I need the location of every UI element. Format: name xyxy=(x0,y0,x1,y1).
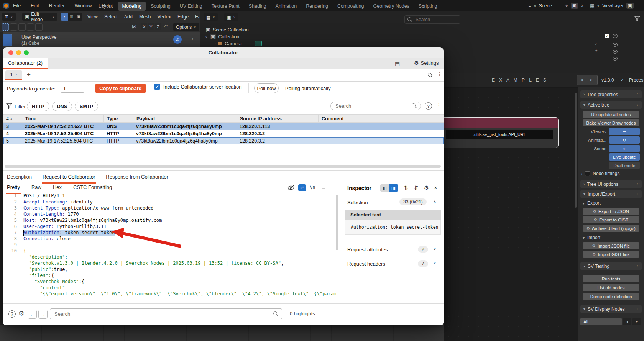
gear-icon[interactable]: ⚙ xyxy=(424,185,429,191)
format-tab[interactable]: Pretty xyxy=(6,182,21,194)
sidebar-button[interactable]: List old nodes xyxy=(583,284,639,291)
edge-mode-toggle[interactable]: ◫ xyxy=(68,13,75,21)
viewport-menu-item[interactable]: Vertex xyxy=(157,14,171,20)
column-header-payload[interactable]: Payload xyxy=(133,115,237,123)
eye-icon[interactable] xyxy=(613,34,618,38)
sverchok-icon-button[interactable]: ✳ xyxy=(577,75,587,85)
workspace-tab[interactable]: Layout xyxy=(94,2,117,11)
panel-import-export[interactable]: ▾Import/Export∷ xyxy=(580,190,642,198)
table-row[interactable]: 3 2025-Mar-19 17:52:24.627 UTC DNS v73kt… xyxy=(3,123,444,130)
show-newlines-toggle[interactable]: \n xyxy=(310,185,315,190)
editor-type-dropdown[interactable]: ⊞∨ xyxy=(2,13,16,21)
sidebar-button[interactable]: ⚙Export to GIST xyxy=(583,216,639,223)
poll-now-button[interactable]: Poll now xyxy=(254,83,279,93)
gizmo-z-axis[interactable]: Z xyxy=(173,35,182,44)
panel-collapse-arrow[interactable]: ‹ xyxy=(192,36,193,42)
sidebar-button[interactable]: ⚙Import JSON file xyxy=(583,242,639,249)
table-search[interactable] xyxy=(330,102,421,110)
viewport-menu-item[interactable]: Add xyxy=(124,14,133,20)
menu-item[interactable]: Window xyxy=(75,3,92,8)
panel-sv-display-nodes[interactable]: ▾SV Display Nodes∷ xyxy=(580,305,642,313)
close-icon[interactable]: × xyxy=(434,184,437,191)
scrollbar[interactable] xyxy=(575,93,577,208)
window-titlebar[interactable]: Collaborator xyxy=(3,47,444,59)
outliner-item-camera[interactable]: › Camera xyxy=(214,41,262,46)
gist-node-header[interactable] xyxy=(441,118,558,128)
menu-item[interactable]: File xyxy=(13,3,21,8)
sidebar-button[interactable]: Dump node definition xyxy=(583,293,639,300)
format-tab[interactable]: Hex xyxy=(52,182,62,194)
eye-icon[interactable] xyxy=(613,57,618,61)
chevron-down-icon[interactable]: ∨ xyxy=(433,261,436,266)
node-timings-row[interactable]: › Node timings xyxy=(581,171,619,176)
workspace-tab[interactable]: Shading xyxy=(245,2,271,11)
search-icon[interactable] xyxy=(428,73,433,78)
sidebar-button[interactable]: Bake Viewer Draw nodes xyxy=(583,119,639,126)
chevron-up-icon[interactable]: ∧ xyxy=(433,199,436,204)
column-header-type[interactable]: Type xyxy=(104,115,133,123)
axis-toggle[interactable]: Z xyxy=(155,23,161,30)
outliner-filter-dropdown[interactable]: ▣∨ xyxy=(224,13,238,21)
workspace-tab[interactable]: UV Editing xyxy=(176,2,207,11)
pin-icon[interactable]: ⌖ xyxy=(565,3,568,8)
selection-section-header[interactable]: Selection 33 (0x21) ∧ xyxy=(342,197,444,208)
settings-button[interactable]: ⚙ Settings xyxy=(414,60,439,66)
live-update-button[interactable]: Live update xyxy=(609,153,640,161)
gear-icon[interactable]: ⚙ xyxy=(18,310,24,318)
gist-node-field[interactable]: .utils.sv_gist_tools.API_URL xyxy=(446,130,553,139)
sidebar-button[interactable]: ⚙Import GIST link xyxy=(583,251,639,258)
prev-button[interactable]: ◂ xyxy=(623,318,631,325)
chevron-down-icon[interactable]: ∨ xyxy=(433,246,436,251)
vertex-mode-toggle[interactable]: ▪ xyxy=(61,13,68,21)
drag-handle-icon[interactable]: ∷ xyxy=(637,103,639,107)
axis-toggle[interactable]: Y xyxy=(148,23,154,30)
outliner-display-mode[interactable]: ▦∨ xyxy=(204,13,218,21)
drag-handle-icon[interactable]: ∷ xyxy=(637,182,639,186)
outliner-filter-icon[interactable] xyxy=(634,16,640,21)
copy-to-clipboard-button[interactable]: Copy to clipboard xyxy=(95,84,146,93)
export-subpanel-header[interactable]: ▾Export xyxy=(583,200,601,206)
request-headers-section[interactable]: Request headers 7 ∨ xyxy=(342,257,444,271)
next-match-button[interactable]: → xyxy=(38,310,48,319)
filter-pill[interactable]: HTTP xyxy=(27,102,49,111)
snap-icon[interactable]: ◠ xyxy=(164,24,168,29)
delete-scene-icon[interactable]: × xyxy=(581,3,583,8)
workspace-tab[interactable]: Geometry Nodes xyxy=(369,2,413,11)
tweak-tool[interactable] xyxy=(2,23,9,31)
cursor-tool[interactable] xyxy=(35,23,43,31)
request-attributes-section[interactable]: Request attributes 2 ∨ xyxy=(342,243,444,257)
payload-tab-1[interactable]: 1 × xyxy=(5,70,22,80)
scene-selector[interactable]: Scene xyxy=(539,3,552,8)
column-header-id[interactable]: # ∧ xyxy=(3,115,22,123)
expand-caret-icon[interactable]: ∨ xyxy=(205,35,208,39)
toggle-button[interactable]: ◐ xyxy=(609,145,640,152)
outliner-search[interactable] xyxy=(404,15,460,24)
format-tab[interactable]: Raw xyxy=(31,182,42,194)
proportional-edit-icon[interactable]: ⋈ xyxy=(132,24,137,30)
expand-all-icon[interactable]: ⇵ xyxy=(414,185,419,191)
inspector-layout-right-toggle[interactable]: ◨ xyxy=(389,184,398,192)
mode-select[interactable]: ▣Edit Mode∨ xyxy=(22,13,58,21)
table-search-input[interactable] xyxy=(335,103,409,109)
workspace-add-button[interactable]: + xyxy=(422,3,424,8)
more-options-icon[interactable]: ⋮ xyxy=(436,102,442,108)
viewlayer-selector[interactable]: ViewLayer xyxy=(602,3,624,8)
editor-search[interactable] xyxy=(50,308,282,319)
select-box-tool[interactable] xyxy=(10,23,17,31)
table-row[interactable]: 4 2025-Mar-19 17:52:25.604 UTC HTTP v73k… xyxy=(3,130,444,137)
format-tab[interactable]: CSTC Formatting xyxy=(72,182,113,194)
editor-menu-icon[interactable]: ≡ xyxy=(322,184,325,190)
eye-icon[interactable] xyxy=(613,50,618,54)
filter-pill[interactable]: SMTP xyxy=(75,102,98,111)
axis-toggle[interactable]: X xyxy=(141,23,147,30)
editor-search-input[interactable] xyxy=(54,311,262,317)
vertical-scrollbar[interactable] xyxy=(336,195,338,250)
workspace-tab[interactable]: Scripting xyxy=(414,2,442,11)
menu-item[interactable]: Edit xyxy=(31,3,39,8)
workspace-tab[interactable]: Modeling xyxy=(118,2,146,11)
menu-item[interactable]: Render xyxy=(49,3,65,8)
panel-tree-ui-options[interactable]: ›Tree UI options∷ xyxy=(580,180,642,188)
terminal-icon-button[interactable]: >_ xyxy=(587,75,598,85)
select-lasso-tool[interactable] xyxy=(27,23,34,31)
inspector-layout-left-toggle[interactable]: ◧ xyxy=(380,184,389,192)
